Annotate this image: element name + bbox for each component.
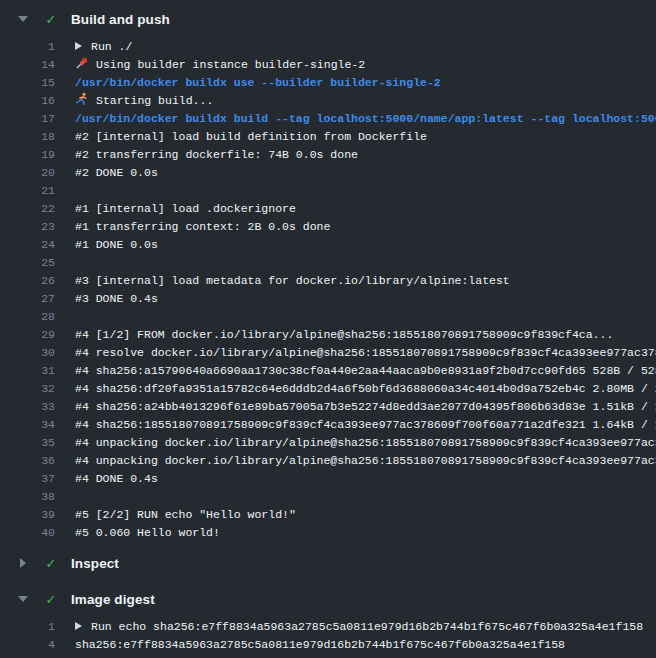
log-text: /usr/bin/docker buildx build --tag local… <box>75 110 656 128</box>
line-number[interactable]: 32 <box>0 380 55 398</box>
log-text: #4 sha256:a15790640a6690aa1730c38cf0a440… <box>75 362 656 380</box>
line-number[interactable]: 28 <box>0 308 55 326</box>
section-title: Inspect <box>71 556 119 571</box>
section-image-digest: ✓ Image digest 1Run echo sha256:e7ff8834… <box>0 574 656 654</box>
log-line: 15/usr/bin/docker buildx use --builder b… <box>0 74 656 92</box>
line-number[interactable]: 20 <box>0 164 55 182</box>
log-line: 18#2 [internal] load build definition fr… <box>0 128 656 146</box>
line-number[interactable]: 16 <box>0 92 55 110</box>
log-line: 26#3 [internal] load metadata for docker… <box>0 272 656 290</box>
chevron-right-icon[interactable] <box>18 558 28 568</box>
log-line: 32#4 sha256:df20fa9351a15782c64e6dddb2d4… <box>0 380 656 398</box>
log-line: 29#4 [1/2] FROM docker.io/library/alpine… <box>0 326 656 344</box>
log-text: #4 DONE 0.4s <box>75 470 158 488</box>
log-lines: 1Run echo sha256:e7ff8834a5963a2785c5a08… <box>0 618 656 654</box>
workflow-log-viewer: ✓ Build and push 1Run ./14Using builder … <box>0 0 656 658</box>
line-number[interactable]: 1 <box>0 618 55 636</box>
check-icon: ✓ <box>43 12 59 27</box>
log-text: #3 DONE 0.4s <box>75 290 158 308</box>
log-text: #2 transferring dockerfile: 74B 0.0s don… <box>75 146 358 164</box>
log-text: #4 sha256:a24bb4013296f61e89ba57005a7b3e… <box>75 398 656 416</box>
line-number[interactable]: 40 <box>0 524 55 542</box>
log-line: 23#1 transferring context: 2B 0.0s done <box>0 218 656 236</box>
log-line: 4sha256:e7ff8834a5963a2785c5a0811e979d16… <box>0 636 656 654</box>
line-number[interactable]: 38 <box>0 488 55 506</box>
log-text: Using builder instance builder-single-2 <box>75 56 365 74</box>
log-text: #5 0.060 Hello world! <box>75 524 220 542</box>
line-number[interactable]: 37 <box>0 470 55 488</box>
line-number[interactable]: 33 <box>0 398 55 416</box>
chevron-down-icon[interactable] <box>18 596 28 602</box>
log-text: #4 sha256:df20fa9351a15782c64e6dddb2d4a6… <box>75 380 656 398</box>
log-text: #4 sha256:185518070891758909c9f839cf4ca3… <box>75 416 656 434</box>
log-line: 31#4 sha256:a15790640a6690aa1730c38cf0a4… <box>0 362 656 380</box>
log-line: 25 <box>0 254 656 272</box>
line-number[interactable]: 17 <box>0 110 55 128</box>
log-line: 17/usr/bin/docker buildx build --tag loc… <box>0 110 656 128</box>
line-number[interactable]: 15 <box>0 74 55 92</box>
log-line: 30#4 resolve docker.io/library/alpine@sh… <box>0 344 656 362</box>
line-number[interactable]: 22 <box>0 200 55 218</box>
line-number[interactable]: 18 <box>0 128 55 146</box>
line-number[interactable]: 21 <box>0 182 55 200</box>
log-line: 20#2 DONE 0.0s <box>0 164 656 182</box>
log-text: #4 unpacking docker.io/library/alpine@sh… <box>75 434 656 452</box>
log-line: 16Starting build... <box>0 92 656 110</box>
line-number[interactable]: 31 <box>0 362 55 380</box>
line-number[interactable]: 35 <box>0 434 55 452</box>
log-text: sha256:e7ff8834a5963a2785c5a0811e979d16b… <box>75 636 565 654</box>
log-line: 40#5 0.060 Hello world! <box>0 524 656 542</box>
log-text: #1 [internal] load .dockerignore <box>75 200 296 218</box>
log-line: 19#2 transferring dockerfile: 74B 0.0s d… <box>0 146 656 164</box>
line-number[interactable]: 27 <box>0 290 55 308</box>
section-header-inspect[interactable]: ✓ Inspect <box>0 552 656 574</box>
section-title: Image digest <box>71 592 155 607</box>
log-line: 36#4 unpacking docker.io/library/alpine@… <box>0 452 656 470</box>
log-line: 37#4 DONE 0.4s <box>0 470 656 488</box>
log-text: Starting build... <box>75 92 213 110</box>
section-header-build-and-push[interactable]: ✓ Build and push <box>0 8 656 30</box>
line-number[interactable]: 34 <box>0 416 55 434</box>
log-lines: 1Run ./14Using builder instance builder-… <box>0 38 656 542</box>
log-text: #2 [internal] load build definition from… <box>75 128 427 146</box>
log-line: 28 <box>0 308 656 326</box>
line-number[interactable]: 19 <box>0 146 55 164</box>
check-icon: ✓ <box>43 556 59 571</box>
log-line: 22#1 [internal] load .dockerignore <box>0 200 656 218</box>
line-number[interactable]: 30 <box>0 344 55 362</box>
log-line: 39#5 [2/2] RUN echo "Hello world!" <box>0 506 656 524</box>
section-header-image-digest[interactable]: ✓ Image digest <box>0 588 656 610</box>
expand-arrow-icon[interactable] <box>75 622 82 630</box>
log-line: 27#3 DONE 0.4s <box>0 290 656 308</box>
line-number[interactable]: 36 <box>0 452 55 470</box>
line-number[interactable]: 25 <box>0 254 55 272</box>
log-text: #3 [internal] load metadata for docker.i… <box>75 272 510 290</box>
log-text: #4 [1/2] FROM docker.io/library/alpine@s… <box>75 326 613 344</box>
line-number[interactable]: 23 <box>0 218 55 236</box>
line-number[interactable]: 26 <box>0 272 55 290</box>
log-line: 1Run ./ <box>0 38 656 56</box>
section-build-and-push: ✓ Build and push 1Run ./14Using builder … <box>0 0 656 542</box>
log-line: 35#4 unpacking docker.io/library/alpine@… <box>0 434 656 452</box>
check-icon: ✓ <box>43 592 59 607</box>
chevron-down-icon[interactable] <box>18 16 28 22</box>
log-line: 14Using builder instance builder-single-… <box>0 56 656 74</box>
line-number[interactable]: 39 <box>0 506 55 524</box>
line-number[interactable]: 24 <box>0 236 55 254</box>
line-number[interactable]: 14 <box>0 56 55 74</box>
log-text: #5 [2/2] RUN echo "Hello world!" <box>75 506 296 524</box>
log-line: 21 <box>0 182 656 200</box>
log-text: Run echo sha256:e7ff8834a5963a2785c5a081… <box>75 618 643 636</box>
section-title: Build and push <box>71 12 170 27</box>
log-text: Run ./ <box>75 38 132 56</box>
line-number[interactable]: 1 <box>0 38 55 56</box>
expand-arrow-icon[interactable] <box>75 42 82 50</box>
log-text: #2 DONE 0.0s <box>75 164 158 182</box>
line-number[interactable]: 4 <box>0 636 55 654</box>
section-inspect: ✓ Inspect <box>0 542 656 574</box>
log-text: /usr/bin/docker buildx use --builder bui… <box>75 74 441 92</box>
log-text: #1 transferring context: 2B 0.0s done <box>75 218 330 236</box>
log-line: 33#4 sha256:a24bb4013296f61e89ba57005a7b… <box>0 398 656 416</box>
line-number[interactable]: 29 <box>0 326 55 344</box>
log-line: 38 <box>0 488 656 506</box>
